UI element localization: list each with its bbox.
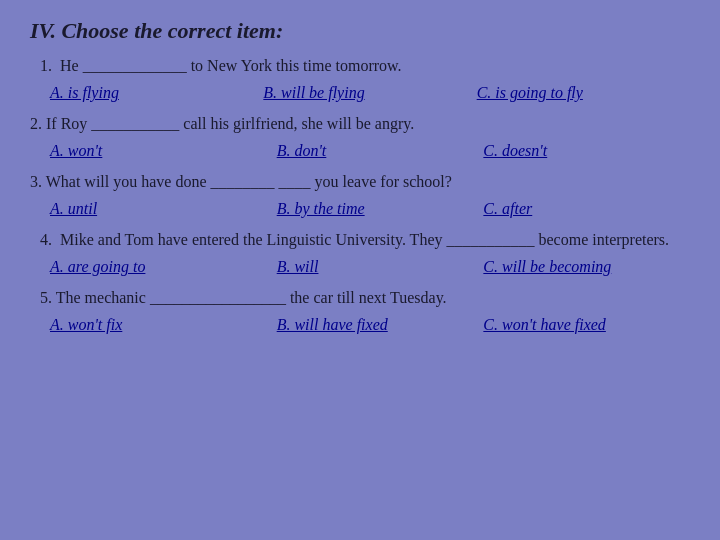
q1-option-a[interactable]: A. is flying — [50, 84, 263, 102]
question-1: 1. He _____________ to New York this tim… — [30, 54, 690, 102]
question-5-options: A. won't fix B. will have fixed C. won't… — [30, 316, 690, 334]
question-3: 3. What will you have done ________ ____… — [30, 170, 690, 218]
question-4-text: 4. Mike and Tom have entered the Linguis… — [30, 228, 690, 252]
q5-option-c[interactable]: C. won't have fixed — [483, 316, 690, 334]
q1-option-c[interactable]: C. is going to fly — [477, 84, 690, 102]
question-1-text: 1. He _____________ to New York this tim… — [30, 54, 690, 78]
q5-option-b[interactable]: B. will have fixed — [257, 316, 484, 334]
question-4: 4. Mike and Tom have entered the Linguis… — [30, 228, 690, 276]
q3-option-c[interactable]: C. after — [483, 200, 690, 218]
q4-option-a[interactable]: A. are going to — [50, 258, 257, 276]
question-5-text: 5. The mechanic _________________ the ca… — [30, 286, 690, 310]
question-3-text: 3. What will you have done ________ ____… — [30, 170, 690, 194]
q3-option-b[interactable]: B. by the time — [257, 200, 484, 218]
main-container: IV. Choose the correct item: 1. He _____… — [0, 0, 720, 362]
q2-option-c[interactable]: C. doesn't — [483, 142, 690, 160]
question-5: 5. The mechanic _________________ the ca… — [30, 286, 690, 334]
question-2-options: A. won't B. don't C. doesn't — [30, 142, 690, 160]
q4-option-c[interactable]: C. will be becoming — [483, 258, 690, 276]
q2-option-b[interactable]: B. don't — [257, 142, 484, 160]
question-2: 2. If Roy ___________ call his girlfrien… — [30, 112, 690, 160]
q2-option-a[interactable]: A. won't — [50, 142, 257, 160]
q5-option-a[interactable]: A. won't fix — [50, 316, 257, 334]
q4-option-b[interactable]: B. will — [257, 258, 484, 276]
question-1-options: A. is flying B. will be flying C. is goi… — [30, 84, 690, 102]
question-4-options: A. are going to B. will C. will be becom… — [30, 258, 690, 276]
section-title: IV. Choose the correct item: — [30, 18, 690, 44]
q1-option-b[interactable]: B. will be flying — [263, 84, 476, 102]
question-2-text: 2. If Roy ___________ call his girlfrien… — [30, 112, 690, 136]
question-3-options: A. until B. by the time C. after — [30, 200, 690, 218]
q3-option-a[interactable]: A. until — [50, 200, 257, 218]
